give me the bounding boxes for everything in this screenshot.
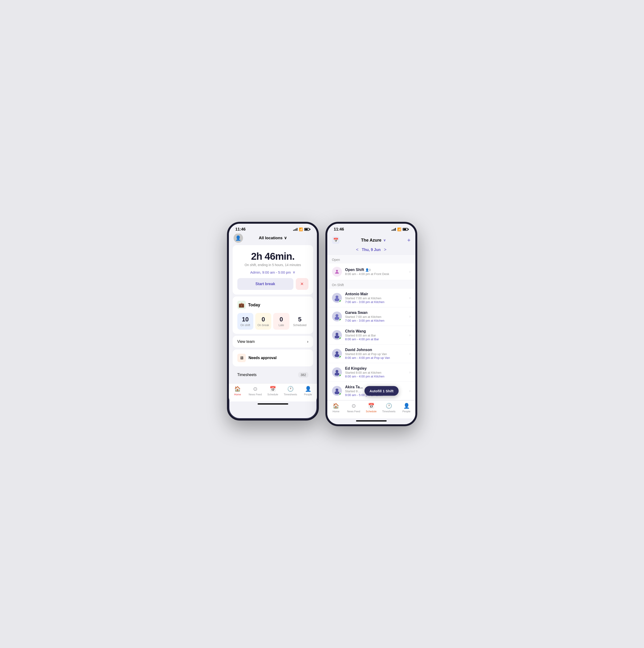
shift-name-david: David Johnson [345,348,410,352]
open-shift-name: Open Shift 👤0 [345,268,410,272]
nav-timesheets[interactable]: 🕐 Timesheets [282,386,299,396]
location-label: All locations [259,236,282,240]
stat-scheduled-number: 5 [293,316,307,323]
shift-item-garwa[interactable]: Garwa Swan Started 7:00 am at Kitchen 7:… [327,307,415,326]
shift-info-row[interactable]: Admin, 9:00 am - 5:00 pm ∨ [237,270,309,274]
svg-point-0 [336,270,338,272]
timer-subtitle: On shift, ending in 5 hours, 14 minutes [237,263,309,267]
nav-newsfeed[interactable]: ⊙ News Feed [246,386,264,396]
schedule2-nav-label: Schedule [366,410,377,413]
break-action-row: Start break ✕ [237,278,309,290]
stat-scheduled: 5 Scheduled [291,313,309,330]
home2-nav-icon: 🏠 [333,403,339,409]
nav-people[interactable]: 👤 People [299,386,317,396]
shift-name-ed: Ed Kingsley [345,366,410,371]
timesheets-nav-label: Timesheets [284,393,297,396]
svg-point-5 [335,333,338,335]
timesheets-nav-icon: 🕐 [287,386,293,392]
stat-on-break-label: On break [257,324,269,327]
chevron-chris-icon: › [409,333,411,337]
phone-schedule: 11:46 📶 [325,222,417,426]
svg-point-12 [335,391,339,394]
online-dot-akira [339,393,342,395]
svg-point-3 [335,314,338,317]
start-break-button[interactable]: Start break [237,278,293,290]
shift-item-antonio[interactable]: Antonio Mair Started 7:00 am at Kitchen … [327,289,415,307]
user-avatar[interactable]: 👤 [233,233,243,243]
shift-info-garwa: Garwa Swan Started 7:00 am at Kitchen 7:… [345,311,410,322]
shift-item-david[interactable]: David Johnson Started 8:00 am at Pop up … [327,344,415,363]
svg-point-11 [335,388,338,391]
shift-name-garwa: Garwa Swan [345,311,410,315]
open-shift-avatar [332,267,342,277]
chevron-ed-icon: › [409,370,411,374]
shift-item-akira[interactable]: Akira Ta... Started 9:... 9:00 am - 5:00… [327,382,415,400]
schedule-title[interactable]: The Azure ∨ [361,238,385,243]
nav2-timesheets[interactable]: 🕐 Timesheets [380,403,398,413]
schedule-chevron-icon: ∨ [383,238,386,242]
open-shift-chevron-icon: › [409,270,411,274]
stat-on-break-number: 0 [257,316,269,323]
status-icons-2: 📶 [391,227,409,231]
shift-time-garwa: 7:00 am - 3:00 pm at Kitchen [345,319,410,322]
status-time-1: 11:46 [235,227,246,232]
avatar-antonio [332,293,342,303]
shift-item-chris[interactable]: Chris Wang Started 8:00 am at Bar 8:00 a… [327,326,415,344]
timer-card: 2h 46min. On shift, ending in 5 hours, 1… [233,245,313,294]
chevron-akira-icon: › [409,389,411,393]
svg-point-7 [335,351,338,354]
nav-schedule[interactable]: 📅 Schedule [264,386,282,396]
approval-icon: 🖥 [237,354,246,362]
schedule-nav-icon: 📅 [270,386,276,392]
schedule-nav-label: Schedule [267,393,278,396]
today-title: Today [248,303,260,308]
shift-started-david: Started 8:00 am at Pop up Van [345,352,410,356]
shift-info-ed: Ed Kingsley Started 8:00 am at Kitchen 8… [345,366,410,378]
shift-time-chris: 8:00 am - 4:00 pm at Bar [345,337,410,341]
timesheets2-nav-icon: 🕐 [386,403,392,409]
nav2-home[interactable]: 🏠 Home [327,403,345,413]
today-card: 💼 Today 10 On shift 0 On break [233,296,313,334]
online-dot-chris [339,337,342,340]
autofill-tooltip[interactable]: Autofill 1 Shift [364,386,399,396]
nav2-people[interactable]: 👤 People [398,403,415,413]
nav2-schedule[interactable]: 📅 Schedule [362,403,380,413]
shift-started-garwa: Started 7:00 am at Kitchen [345,315,410,319]
shift-chevron-icon: ∨ [293,270,295,274]
open-shift-time: 8:00 am - 4:00 pm at Front Desk [345,272,410,276]
prev-date-button[interactable]: < [356,247,359,252]
view-team-row[interactable]: View team › [233,336,313,347]
bottom-nav-1: 🏠 Home ⊙ News Feed 📅 Schedule 🕐 Timeshee… [229,383,317,401]
avatar-ed [332,367,342,377]
stats-row: 10 On shift 0 On break 0 Late 5 [237,313,309,330]
shift-info-david: David Johnson Started 8:00 am at Pop up … [345,348,410,360]
stat-late-number: 0 [275,316,287,323]
home-nav-label: Home [234,393,241,396]
view-team-chevron-icon: › [307,339,308,344]
stat-late: 0 Late [273,313,289,330]
needs-approval-card[interactable]: 🖥 Needs approval [233,349,313,366]
nav2-newsfeed[interactable]: ⊙ News Feed [345,403,362,413]
shift-item-ed[interactable]: Ed Kingsley Started 8:00 am at Kitchen 8… [327,363,415,382]
shift-info-chris: Chris Wang Started 8:00 am at Bar 8:00 a… [345,329,410,341]
section-open-header: Open [327,255,415,264]
battery-icon [304,228,310,231]
timesheets2-nav-label: Timesheets [382,410,395,413]
people2-nav-icon: 👤 [404,403,410,409]
svg-point-9 [335,370,338,373]
next-date-button[interactable]: > [384,247,387,252]
shift-name-antonio: Antonio Mair [345,292,410,296]
shift-info-antonio: Antonio Mair Started 7:00 am at Kitchen … [345,292,410,304]
nav-home[interactable]: 🏠 Home [229,386,247,396]
add-shift-button[interactable]: + [407,237,411,244]
timesheets-row[interactable]: Timesheets 382 [233,368,313,381]
end-shift-button[interactable]: ✕ [296,278,309,290]
wifi-icon-2: 📶 [397,227,401,231]
home-nav-icon: 🏠 [234,386,240,392]
online-dot-david [339,356,342,358]
view-team-label: View team [237,339,255,344]
open-shift-item[interactable]: Open Shift 👤0 8:00 am - 4:00 pm at Front… [327,264,415,280]
location-selector[interactable]: All locations ∨ [259,235,287,240]
chevron-david-icon: › [409,352,411,356]
location-chevron-icon: ∨ [284,235,287,240]
